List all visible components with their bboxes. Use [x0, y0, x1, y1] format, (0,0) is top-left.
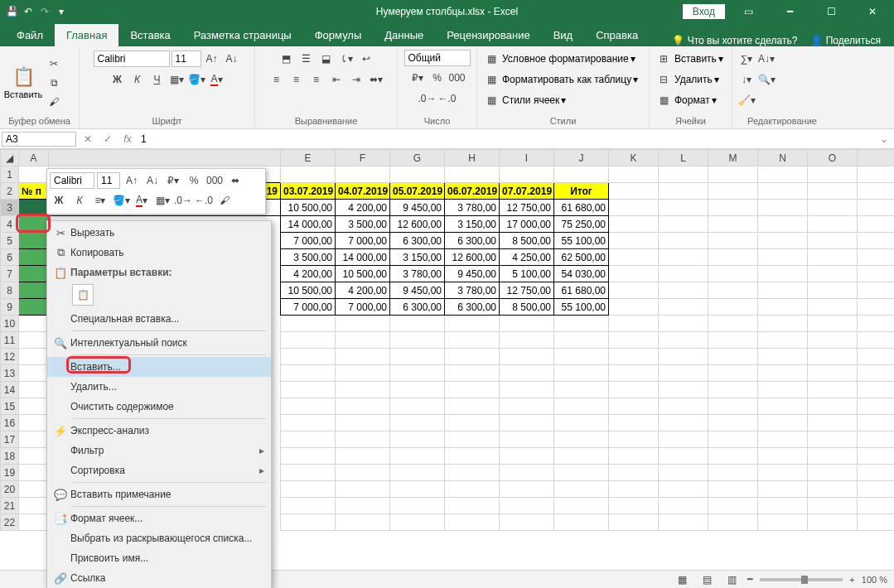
- align-bottom-icon[interactable]: ⬓: [317, 50, 336, 68]
- font-size-combo[interactable]: 11: [172, 51, 201, 67]
- ctx-name[interactable]: Присвоить имя...: [47, 548, 271, 568]
- close-button[interactable]: ✕: [854, 0, 891, 23]
- indent-inc-icon[interactable]: ⇥: [347, 70, 365, 89]
- view-break-icon[interactable]: ▥: [722, 571, 741, 589]
- selected-cell[interactable]: [19, 200, 49, 216]
- bold-button[interactable]: Ж: [109, 70, 127, 89]
- cell[interactable]: 3 780,00: [445, 200, 500, 216]
- mini-italic-icon[interactable]: К: [70, 191, 89, 210]
- mini-dec-inc-icon[interactable]: .0→: [174, 191, 192, 210]
- mini-font-color-icon[interactable]: A▾: [133, 191, 151, 210]
- col-hdr[interactable]: O: [808, 150, 858, 166]
- ctx-filter[interactable]: Фильтр▸: [47, 441, 271, 460]
- zoom-in-icon[interactable]: +: [849, 575, 854, 585]
- underline-button[interactable]: Ч: [148, 70, 167, 89]
- mini-merge-icon[interactable]: ⬌: [226, 171, 244, 190]
- ctx-delete[interactable]: Удалить...: [47, 377, 271, 397]
- autosum-icon[interactable]: ∑▾: [737, 50, 756, 68]
- fill-icon[interactable]: ↓▾: [737, 70, 756, 89]
- decrease-decimal-icon[interactable]: ←.0: [438, 89, 457, 108]
- font-color-icon[interactable]: A▾: [208, 70, 226, 89]
- percent-icon[interactable]: %: [428, 69, 447, 87]
- ribbon-options-icon[interactable]: ▭: [730, 0, 766, 23]
- font-combo[interactable]: Calibri: [94, 51, 170, 67]
- tab-help[interactable]: Справка: [584, 24, 650, 46]
- wrap-text-icon[interactable]: ↩: [357, 50, 375, 68]
- comma-icon[interactable]: 000: [448, 69, 466, 87]
- align-top-icon[interactable]: ⬒: [278, 50, 296, 68]
- cell[interactable]: 06.07.2019: [445, 183, 500, 200]
- mini-font[interactable]: Calibri: [50, 172, 94, 189]
- fx-icon[interactable]: fx: [118, 133, 138, 145]
- tab-insert[interactable]: Вставка: [118, 24, 181, 46]
- cell[interactable]: Итог: [554, 183, 609, 200]
- formula-input[interactable]: 1: [138, 133, 874, 146]
- mini-currency-icon[interactable]: ₽▾: [164, 171, 182, 190]
- save-icon[interactable]: 💾: [5, 5, 18, 18]
- align-center-icon[interactable]: ≡: [288, 70, 306, 89]
- cell-styles-button[interactable]: ▦Стили ячеек ▾: [482, 91, 566, 109]
- cond-format-button[interactable]: ▦Условное форматирование ▾: [482, 50, 635, 68]
- ctx-paste-special[interactable]: Специальная вставка...: [47, 309, 271, 329]
- qat-dropdown-icon[interactable]: ▾: [55, 5, 68, 18]
- zoom-value[interactable]: 100 %: [862, 575, 887, 585]
- merge-icon[interactable]: ⬌▾: [367, 70, 385, 89]
- ctx-comment[interactable]: 💬Вставить примечание: [47, 484, 271, 504]
- view-layout-icon[interactable]: ▤: [698, 571, 716, 589]
- tab-file[interactable]: Файл: [5, 24, 55, 46]
- mini-inc-font-icon[interactable]: A↑: [123, 171, 141, 190]
- format-painter-icon[interactable]: 🖌: [45, 93, 63, 111]
- cell[interactable]: 9 450,00: [390, 200, 445, 216]
- col-hdr[interactable]: F: [336, 150, 390, 166]
- col-hdr[interactable]: M: [708, 150, 758, 166]
- login-button[interactable]: Вход: [683, 4, 725, 19]
- cells-insert-button[interactable]: ⊞Вставить ▾: [655, 50, 723, 68]
- mini-size[interactable]: 11: [97, 172, 120, 189]
- col-hdr[interactable]: A: [19, 150, 49, 166]
- expand-formula-icon[interactable]: ⌄: [874, 133, 894, 145]
- redo-icon[interactable]: ↷: [38, 5, 51, 18]
- tab-view[interactable]: Вид: [542, 24, 585, 46]
- align-right-icon[interactable]: ≡: [307, 70, 326, 89]
- cut-icon[interactable]: ✂: [45, 55, 63, 73]
- share-button[interactable]: 👤 Поделиться: [810, 35, 881, 46]
- mini-dec-dec-icon[interactable]: ←.0: [195, 191, 213, 210]
- col-hdr[interactable]: G: [390, 150, 445, 166]
- align-middle-icon[interactable]: ☰: [297, 50, 316, 68]
- ctx-format[interactable]: 📑Формат ячеек...: [47, 508, 271, 528]
- cell[interactable]: 03.07.2019: [281, 183, 336, 200]
- enter-formula-icon[interactable]: ✓: [98, 133, 118, 145]
- col-hdr[interactable]: I: [500, 150, 554, 166]
- borders-icon[interactable]: ▦▾: [168, 70, 186, 89]
- currency-icon[interactable]: ₽▾: [408, 69, 427, 87]
- zoom-slider[interactable]: [760, 578, 843, 581]
- cell[interactable]: 04.07.2019: [336, 183, 390, 200]
- ctx-copy[interactable]: ⧉Копировать: [47, 243, 271, 263]
- tab-page-layout[interactable]: Разметка страницы: [182, 24, 303, 46]
- decrease-font-icon[interactable]: A↓: [223, 50, 241, 68]
- ctx-link[interactable]: 🔗Ссылка: [47, 568, 271, 588]
- zoom-out-icon[interactable]: ━: [747, 574, 753, 585]
- ctx-quick[interactable]: ⚡Экспресс-анализ: [47, 421, 271, 441]
- cell[interactable]: 12 750,00: [500, 200, 554, 216]
- cancel-formula-icon[interactable]: ✕: [78, 133, 98, 145]
- number-format-combo[interactable]: Общий: [404, 50, 471, 66]
- cell[interactable]: № п: [19, 183, 49, 200]
- ctx-pick[interactable]: Выбрать из раскрывающегося списка...: [47, 528, 271, 548]
- col-hdr[interactable]: N: [758, 150, 808, 166]
- mini-percent-icon[interactable]: %: [185, 171, 203, 190]
- tab-formulas[interactable]: Формулы: [303, 24, 374, 46]
- mini-border-icon[interactable]: ▦▾: [153, 191, 172, 210]
- undo-icon[interactable]: ↶: [22, 5, 35, 18]
- tell-me[interactable]: 💡 Что вы хотите сделать?: [672, 35, 797, 46]
- mini-bold-icon[interactable]: Ж: [50, 191, 68, 210]
- select-all-corner[interactable]: ◢: [1, 150, 19, 166]
- cell[interactable]: 05.07.2019: [390, 183, 445, 200]
- increase-font-icon[interactable]: A↑: [203, 50, 221, 68]
- column-headers[interactable]: ◢ A E F G H I J K L M N O: [1, 150, 895, 166]
- clear-icon[interactable]: 🧹▾: [737, 91, 756, 109]
- find-icon[interactable]: 🔍▾: [757, 70, 776, 89]
- format-table-button[interactable]: ▦Форматировать как таблицу ▾: [482, 70, 638, 89]
- cells-delete-button[interactable]: ⊟Удалить ▾: [655, 70, 719, 89]
- col-hdr[interactable]: L: [659, 150, 708, 166]
